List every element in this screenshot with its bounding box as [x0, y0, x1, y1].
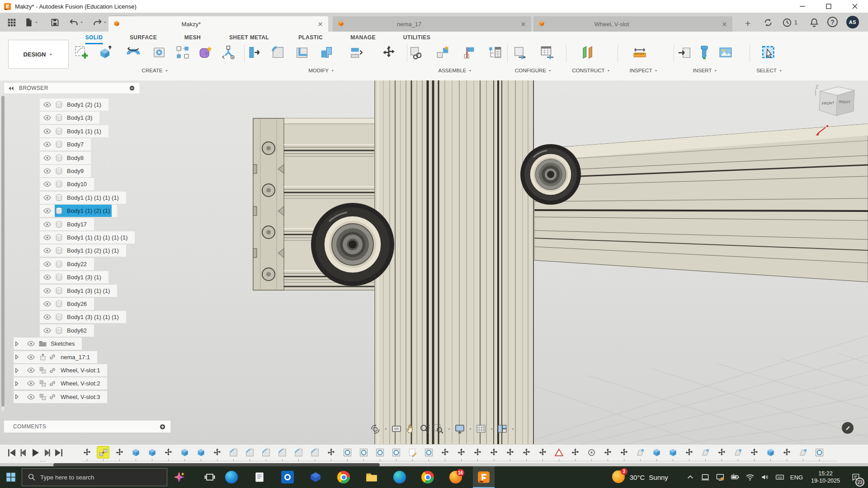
browser-item-label[interactable]: nema_17:1 — [59, 354, 92, 361]
viewport-canvas[interactable]: Z FRONT RIGHT — [0, 80, 868, 444]
tab-close-icon[interactable] — [520, 21, 527, 28]
body-icon[interactable] — [55, 300, 63, 308]
browser-item[interactable]: Body7 — [40, 138, 91, 150]
timeline-feature-move[interactable] — [569, 446, 581, 458]
create-sketch-tool-button[interactable] — [73, 43, 90, 61]
browser-item-label[interactable]: Wheel, V-slot:1 — [59, 367, 102, 374]
browser-item[interactable]: Body1 (1) (2) (1) (1) — [40, 244, 126, 257]
maximize-button[interactable] — [816, 0, 842, 13]
timeline-feature-move[interactable] — [81, 446, 93, 458]
configuration-table-tool-button[interactable] — [538, 43, 556, 61]
timeline-feature-hole[interactable] — [390, 446, 402, 458]
language-indicator[interactable]: ENG — [790, 474, 803, 481]
chevron-down-icon[interactable] — [468, 427, 472, 431]
browser-item[interactable]: Body17 — [40, 218, 94, 230]
visibility-toggle-icon[interactable] — [43, 167, 52, 175]
visibility-toggle-icon[interactable] — [43, 273, 52, 282]
browser-item[interactable]: Wheel, V-slot:3 — [14, 391, 107, 403]
timeline-feature-move[interactable] — [455, 446, 467, 458]
body-icon[interactable] — [55, 220, 63, 229]
expand-arrow-icon[interactable] — [14, 341, 20, 347]
body-icon[interactable] — [55, 167, 63, 175]
browser-item-label[interactable]: Body22 — [65, 261, 89, 267]
visibility-toggle-icon[interactable] — [43, 140, 52, 149]
browser-item[interactable]: Body1 (1) (1) — [40, 125, 108, 137]
group-dropdown-construct[interactable]: CONSTRUCT — [572, 68, 610, 73]
body-icon[interactable] — [55, 154, 63, 162]
timeline-feature-move[interactable] — [472, 446, 483, 458]
taskbar-app-teams[interactable] — [305, 466, 326, 488]
visibility-toggle-icon[interactable] — [43, 286, 52, 295]
browser-item-label[interactable]: Wheel, V-slot:2 — [59, 380, 102, 387]
body-icon[interactable] — [55, 246, 63, 255]
viewcube-right-face[interactable]: RIGHT — [839, 100, 850, 104]
timeline-feature-move[interactable] — [488, 446, 500, 458]
timeline-feature-hole[interactable] — [813, 446, 825, 458]
viewports-icon[interactable] — [497, 423, 508, 434]
visibility-toggle-icon[interactable] — [43, 233, 52, 242]
ribbon-tab-utilities[interactable]: UTILITIES — [403, 34, 430, 43]
timeline-feature-extrude[interactable] — [651, 446, 662, 458]
timeline-feature-plane[interactable] — [699, 446, 711, 458]
body-icon[interactable] — [55, 206, 63, 215]
component-icon[interactable] — [38, 379, 47, 388]
extrude-tool-button[interactable] — [96, 43, 113, 61]
taskbar-app-fusion-360[interactable] — [473, 466, 495, 488]
expand-arrow-icon[interactable] — [14, 394, 20, 400]
ribbon-tab-plastic[interactable]: PLASTIC — [298, 34, 323, 43]
timeline-feature-joint[interactable] — [97, 446, 109, 458]
timeline-feature-extrude[interactable] — [764, 446, 776, 458]
taskbar-app-edge-beta[interactable] — [389, 466, 410, 488]
chevron-down-icon[interactable] — [384, 427, 388, 431]
fillet-tool-button[interactable] — [269, 43, 287, 61]
timeline-feature-hole[interactable] — [423, 446, 434, 458]
browser-item-label[interactable]: Body26 — [65, 300, 89, 307]
visibility-toggle-icon[interactable] — [27, 393, 35, 401]
timeline-feature-warning[interactable] — [553, 446, 565, 458]
timeline-feature-extrude[interactable] — [130, 446, 142, 458]
browser-item-label[interactable]: Body1 (1) (1) (1) (1) (1) — [65, 234, 129, 241]
taskbar-app-file-explorer[interactable] — [361, 466, 382, 488]
timeline-feature-hole[interactable] — [341, 446, 353, 458]
timeline-feature-revolve[interactable] — [585, 446, 597, 458]
close-button[interactable] — [842, 0, 868, 13]
tab-close-icon[interactable] — [317, 21, 324, 28]
ribbon-tab-manage[interactable]: MANAGE — [350, 34, 376, 43]
taskbar-app-chrome-profile[interactable] — [417, 466, 439, 488]
visibility-toggle-icon[interactable] — [43, 193, 52, 202]
configuration-tool-button[interactable] — [511, 43, 528, 61]
body-icon[interactable] — [55, 273, 63, 282]
battery-icon[interactable] — [731, 473, 740, 482]
browser-item[interactable]: Body1 (1) (1) (1) (1) (1) — [40, 231, 135, 244]
timeline-feature-move[interactable] — [162, 446, 174, 458]
timeline-feature-fillet[interactable] — [260, 446, 272, 458]
chevron-up-icon[interactable] — [686, 473, 695, 482]
action-center-button[interactable]: 23 — [848, 466, 863, 488]
design-menu-button[interactable]: DESIGN — [8, 40, 69, 69]
zoom-icon[interactable] — [419, 423, 430, 434]
comments-bar[interactable]: COMMENTS — [4, 420, 171, 433]
browser-item[interactable]: Body22 — [40, 258, 94, 270]
job-status-icon[interactable] — [781, 17, 793, 28]
visibility-toggle-icon[interactable] — [43, 313, 52, 321]
group-dropdown-insert[interactable]: INSERT — [693, 68, 718, 73]
browser-item[interactable]: Wheel, V-slot:1 — [14, 364, 107, 376]
browser-item[interactable]: Body1 (3) (1) — [40, 271, 108, 283]
as-built-joint-tool-button[interactable] — [462, 43, 479, 61]
visibility-toggle-icon[interactable] — [43, 220, 52, 229]
timeline-feature-move[interactable] — [602, 446, 613, 458]
ribbon-tab-surface[interactable]: SURFACE — [130, 34, 157, 43]
body-icon[interactable] — [55, 286, 63, 295]
browser-item-label[interactable]: Body1 (1) (1) (1) (1) — [65, 194, 121, 201]
insert-fastener-tool-button[interactable] — [696, 43, 713, 61]
taskbar-clock[interactable]: 15:22 19-10-2025 — [809, 470, 842, 485]
undo-icon[interactable] — [68, 16, 80, 28]
collapse-tree-icon[interactable] — [129, 85, 135, 91]
browser-item-label[interactable]: Body8 — [65, 155, 85, 161]
chevron-down-icon[interactable] — [80, 20, 84, 25]
chevron-down-icon[interactable] — [511, 427, 515, 431]
document-tab-wheel-v-slot[interactable]: Wheel, V-slot — [533, 16, 732, 32]
body-icon[interactable] — [55, 100, 63, 109]
measure-tool-button[interactable] — [631, 43, 648, 61]
browser-item-label[interactable]: Body62 — [65, 327, 89, 334]
